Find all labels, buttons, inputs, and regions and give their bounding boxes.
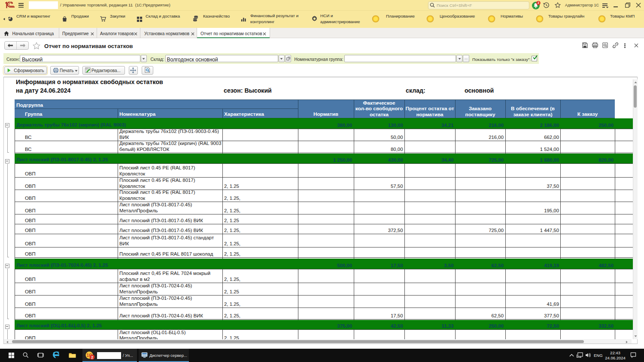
- svg-text:2: 2: [91, 355, 93, 359]
- svg-text:2: 2: [538, 1, 539, 5]
